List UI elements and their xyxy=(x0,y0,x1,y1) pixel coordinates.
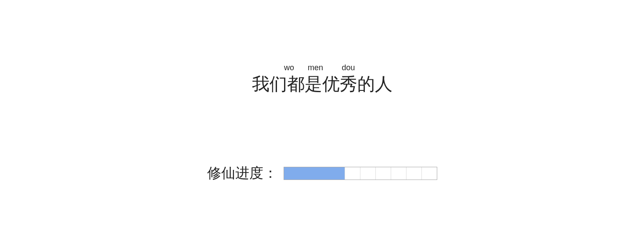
progress-label: 修仙进度： xyxy=(207,164,277,183)
progress-segment xyxy=(299,167,314,180)
title-block: wo men dou 我们都是优秀的人 xyxy=(252,64,392,93)
pinyin-row: wo men dou xyxy=(279,64,366,72)
pinyin-syllable: men xyxy=(300,64,331,72)
progress-row: 修仙进度： xyxy=(207,164,437,183)
progress-segment xyxy=(391,167,407,180)
progress-segment xyxy=(422,167,437,180)
progress-segment xyxy=(314,167,330,180)
pinyin-syllable: wo xyxy=(279,64,300,72)
page: wo men dou 我们都是优秀的人 修仙进度： xyxy=(0,0,644,248)
progress-segment xyxy=(360,167,376,180)
progress-segment xyxy=(284,167,299,180)
progress-segment xyxy=(345,167,360,180)
progress-segment xyxy=(330,167,345,180)
progress-segment xyxy=(376,167,391,180)
title-hanzi: 我们都是优秀的人 xyxy=(252,74,392,93)
progress-segment xyxy=(407,167,422,180)
progress-bar xyxy=(284,167,437,180)
pinyin-syllable: dou xyxy=(331,64,366,72)
